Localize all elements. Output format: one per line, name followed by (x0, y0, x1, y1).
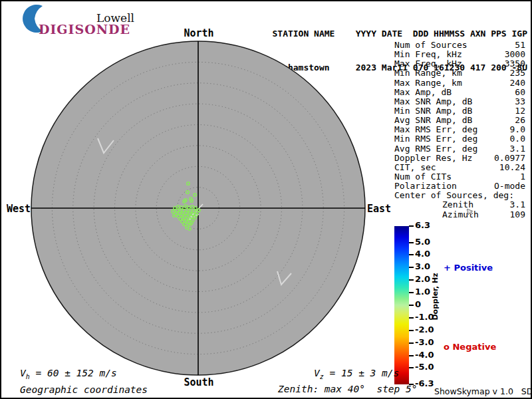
stat-value: 51 (515, 41, 525, 50)
colorbar-tick (409, 317, 414, 319)
colorbar-tick (409, 279, 414, 281)
stat-row: Max RMS Err, deg9.0 (394, 125, 525, 134)
stat-row: Max Amp, dB60 (394, 88, 525, 97)
colorbar-tick-label: -4.0 (415, 350, 434, 360)
stat-row: Min Freq, kHz3000 (394, 50, 525, 59)
vh-symbol: V (20, 368, 26, 378)
stat-row: Max SNR Amp, dB33 (394, 97, 525, 106)
stat-row: Center of Sources, deg: (394, 191, 525, 200)
stat-value: 3350 (505, 59, 525, 68)
circle-marker-icon: o (444, 342, 450, 352)
stat-value: 109 (510, 210, 525, 219)
compass-label-north: North (178, 27, 219, 39)
stat-row: Min SNR Amp, dB12 (394, 106, 525, 116)
horizontal-velocity-text: Vh = 60 ± 152 m/s (20, 368, 117, 380)
stat-label: Max RMS Err, deg (394, 125, 477, 134)
mouse-cursor-icon (467, 207, 475, 215)
vz-value: = 15 ± 3 m/s (324, 368, 400, 378)
colorbar-tick-label: 6.3 (415, 220, 430, 230)
compass-label-south: South (178, 376, 219, 388)
stat-value: O-mode (494, 182, 525, 191)
stat-row: Min RMS Err, deg0.0 (394, 134, 525, 144)
positive-doppler-legend: + Positive (444, 263, 493, 273)
colorbar-tick (409, 225, 414, 227)
colorbar-tick (409, 267, 414, 268)
stat-row: Avg SNR Amp, dB26 (394, 116, 525, 125)
zenith-scale-text: Zenith: max 40° step 5° (278, 384, 418, 394)
colorbar-tick (409, 242, 414, 243)
stat-label: Min Freq, kHz (394, 50, 462, 59)
stat-label: Min Range, km (394, 68, 462, 78)
stat-row: Azimuth109 (394, 210, 525, 219)
stat-row: Num of Sources51 (394, 41, 525, 50)
stat-value: 9.0 (510, 125, 525, 134)
compass-label-west: West (4, 203, 31, 215)
stat-value: 235 (510, 68, 525, 78)
stat-row: PolarizationO-mode (394, 182, 525, 191)
statistics-panel: Num of Sources51Min Freq, kHz3000Max Fre… (394, 41, 525, 219)
doppler-colorbar-title: Doppler, Hz (431, 259, 440, 334)
vh-value: = 60 ± 152 m/s (30, 368, 117, 378)
colorbar-tick (409, 292, 414, 293)
vertical-velocity-text: Vz = 15 ± 3 m/s (314, 368, 399, 380)
colorbar-tick (409, 305, 414, 306)
colorbar-tick-label: -6.3 (415, 378, 434, 388)
vz-symbol: V (314, 368, 320, 378)
colorbar-tick (409, 355, 414, 356)
stat-label: Max SNR Amp, dB (394, 97, 472, 106)
stat-value: 1 (520, 172, 525, 182)
colorbar-tick (409, 254, 414, 255)
stat-row: Max Freq, kHz3350 (394, 59, 525, 68)
colorbar-tick-label: -5.0 (415, 362, 434, 372)
colorbar-tick-label: 3.0 (415, 261, 430, 271)
stat-value: 33 (515, 97, 525, 106)
stat-label: Avg SNR Amp, dB (394, 116, 472, 125)
colorbar-tick-label: 1.0 (415, 287, 430, 297)
stat-value: 26 (515, 116, 525, 125)
stat-label: Center of Sources, deg: (394, 191, 514, 200)
coordinate-system-text: Geographic coordinates (20, 384, 148, 395)
stat-row: Num of CITs1 (394, 172, 525, 182)
colorbar-tick-label: 2.0 (415, 274, 430, 284)
stat-label: Max Freq, kHz (394, 59, 462, 68)
stat-row: Min Range, km235 (394, 68, 525, 78)
stat-value: 240 (510, 78, 525, 88)
colorbar-tick-label: 0 (415, 299, 421, 309)
stat-label: Min RMS Err, deg (394, 134, 477, 144)
negative-label: Negative (450, 342, 496, 352)
colorbar-tick (409, 342, 414, 344)
stat-label: Num of CITs (394, 172, 452, 182)
colorbar-tick (409, 367, 414, 368)
stat-row: CIT, sec10.24 (394, 163, 525, 172)
stat-label: Polarization (394, 182, 457, 191)
colorbar-tick-label: 5.0 (415, 237, 430, 247)
stat-value: 0.0977 (494, 154, 525, 163)
stat-label: Max Amp, dB (394, 88, 452, 97)
positive-label: Positive (451, 263, 493, 273)
stat-value: 0.0 (510, 134, 525, 144)
colorbar-tick-label: -3.0 (415, 337, 434, 347)
stat-value: 10.24 (499, 163, 525, 172)
plus-marker-icon: + (444, 263, 451, 273)
stat-value: 60 (515, 88, 525, 97)
stat-label: Avg RMS Err, deg (394, 144, 477, 154)
stat-label: Min SNR Amp, dB (394, 106, 472, 116)
stat-row: Doppler Res, Hz0.0977 (394, 154, 525, 163)
stat-row: Max Range, km240 (394, 78, 525, 88)
stat-label: Max Range, km (394, 78, 462, 88)
software-version-text: ShowSkymap v 1.0 SD v 5.1 (434, 386, 532, 396)
negative-doppler-legend: o Negative (444, 342, 496, 352)
stat-label: Num of Sources (394, 41, 467, 50)
stat-value: 3000 (505, 50, 525, 59)
showskymap-window: Lowell DIGISONDE STATION NAME YYYY DATE … (0, 0, 532, 399)
stat-value: 3.1 (510, 144, 525, 154)
doppler-colorbar (394, 226, 409, 384)
colorbar-tick (409, 330, 414, 331)
stat-row: Avg RMS Err, deg3.1 (394, 144, 525, 154)
stat-label: CIT, sec (394, 163, 436, 172)
compass-label-east: East (367, 203, 396, 215)
stat-value: 12 (515, 106, 525, 116)
stat-value: 3.1 (510, 200, 525, 209)
colorbar-tick-label: 4.0 (415, 249, 430, 259)
stat-row: Zenith3.1 (394, 200, 525, 209)
